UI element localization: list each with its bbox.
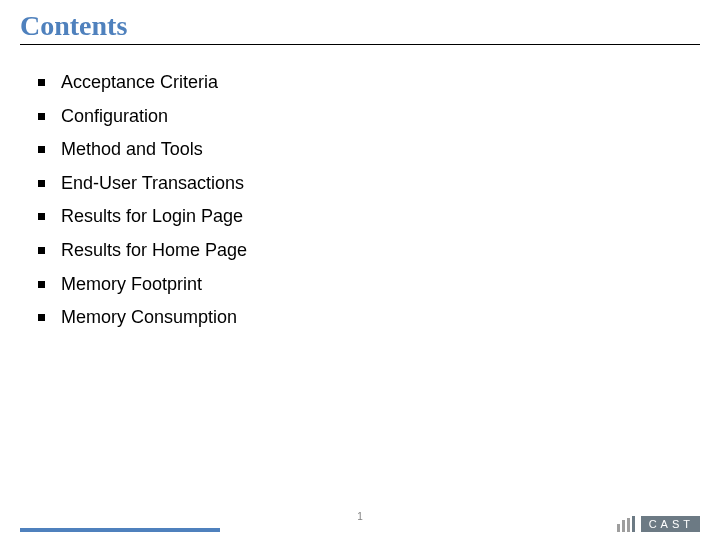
page-number: 1: [0, 511, 720, 522]
cast-logo: CAST: [615, 516, 700, 532]
bullet-icon: [38, 213, 45, 220]
toc-item: Configuration: [38, 106, 538, 128]
toc-item: End-User Transactions: [38, 173, 538, 195]
toc-item: Memory Consumption: [38, 307, 538, 329]
toc-item: Memory Footprint: [38, 274, 538, 296]
slide: Contents Acceptance Criteria Configurati…: [0, 0, 720, 540]
footer-accent-bar: [20, 528, 220, 532]
bullet-icon: [38, 146, 45, 153]
toc-text: End-User Transactions: [61, 173, 538, 195]
toc-text: Results for Login Page: [61, 206, 538, 228]
toc-text: Configuration: [61, 106, 538, 128]
bullet-icon: [38, 281, 45, 288]
toc-item: Results for Home Page: [38, 240, 538, 262]
logo-bars-icon: [615, 516, 635, 532]
bullet-icon: [38, 247, 45, 254]
slide-title: Contents: [20, 10, 127, 42]
toc-text: Memory Consumption: [61, 307, 538, 329]
table-of-contents: Acceptance Criteria Configuration Method…: [38, 60, 538, 341]
toc-text: Memory Footprint: [61, 274, 538, 296]
logo-text: CAST: [641, 516, 700, 532]
toc-text: Method and Tools: [61, 139, 538, 161]
title-underline: [20, 44, 700, 45]
bullet-icon: [38, 79, 45, 86]
bullet-icon: [38, 180, 45, 187]
toc-item: Results for Login Page: [38, 206, 538, 228]
toc-item: Method and Tools: [38, 139, 538, 161]
bullet-icon: [38, 113, 45, 120]
toc-text: Results for Home Page: [61, 240, 538, 262]
toc-text: Acceptance Criteria: [61, 72, 538, 94]
toc-item: Acceptance Criteria: [38, 72, 538, 94]
bullet-icon: [38, 314, 45, 321]
